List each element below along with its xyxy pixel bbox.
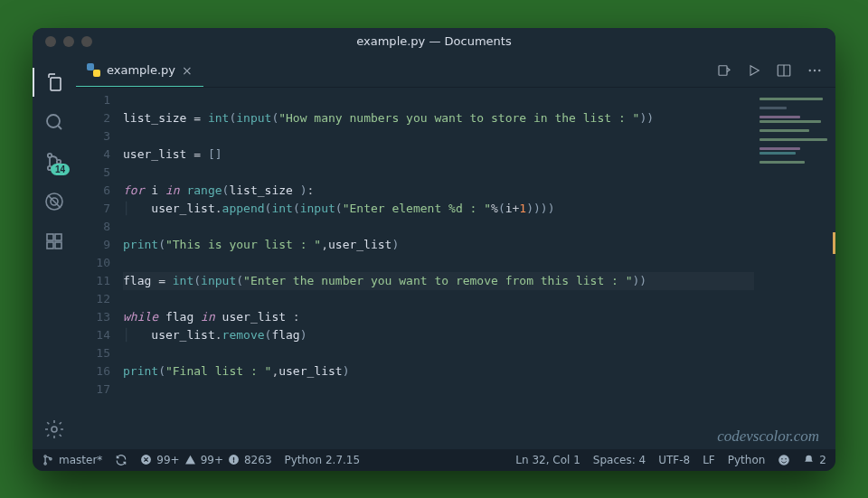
code-line[interactable]: │ user_list.remove(flag) bbox=[123, 326, 754, 344]
titlebar: example.py — Documents bbox=[33, 28, 835, 55]
tab-label: example.py bbox=[107, 63, 175, 77]
svg-rect-9 bbox=[55, 234, 61, 240]
settings-gear-icon[interactable] bbox=[33, 409, 76, 449]
status-language[interactable]: Python bbox=[728, 454, 766, 466]
split-editor-icon[interactable] bbox=[776, 62, 792, 79]
code-line[interactable]: │ user_list.append(int(input("Enter elem… bbox=[123, 200, 754, 218]
code-line[interactable] bbox=[123, 254, 754, 272]
window-body: 14 example.py × bbox=[33, 55, 835, 449]
svg-point-16 bbox=[44, 455, 46, 456]
status-encoding[interactable]: UTF-8 bbox=[658, 454, 690, 466]
svg-point-14 bbox=[814, 70, 816, 71]
more-actions-icon[interactable] bbox=[807, 62, 823, 79]
search-icon[interactable] bbox=[33, 102, 76, 142]
editor-actions bbox=[716, 55, 835, 87]
code-line[interactable] bbox=[123, 381, 754, 399]
minimize-window-icon[interactable] bbox=[63, 36, 74, 47]
window-title: example.py — Documents bbox=[33, 34, 835, 48]
status-interpreter[interactable]: Python 2.7.15 bbox=[285, 454, 361, 466]
status-sync-icon[interactable] bbox=[115, 454, 127, 466]
traffic-lights bbox=[33, 36, 92, 47]
code-line[interactable] bbox=[123, 344, 754, 362]
scm-badge: 14 bbox=[51, 164, 70, 175]
editor-group: example.py × bbox=[76, 55, 835, 449]
status-notifications[interactable]: 2 bbox=[803, 454, 826, 466]
run-icon[interactable] bbox=[747, 63, 761, 78]
code-line[interactable]: for i in range(list_size ): bbox=[123, 182, 754, 200]
svg-rect-6 bbox=[47, 234, 53, 240]
minimap-change-indicator bbox=[833, 232, 835, 254]
svg-point-23 bbox=[786, 458, 788, 460]
code-line[interactable] bbox=[123, 164, 754, 182]
code-line[interactable]: while flag in user_list : bbox=[123, 308, 754, 326]
explorer-icon[interactable] bbox=[33, 62, 76, 102]
tab-close-icon[interactable]: × bbox=[182, 63, 193, 78]
minimap[interactable] bbox=[754, 88, 835, 449]
svg-point-13 bbox=[809, 70, 811, 71]
svg-point-21 bbox=[779, 455, 790, 465]
svg-rect-8 bbox=[55, 242, 61, 249]
status-eol[interactable]: LF bbox=[703, 454, 715, 466]
code-line[interactable]: user_list = [] bbox=[123, 146, 754, 164]
activity-bar: 14 bbox=[33, 55, 76, 449]
debug-icon[interactable] bbox=[33, 182, 76, 221]
status-indent[interactable]: Spaces: 4 bbox=[593, 454, 646, 466]
code-editor[interactable]: 1234567891011121314151617 list_size = in… bbox=[76, 88, 835, 449]
python-file-icon bbox=[87, 63, 100, 77]
source-control-icon[interactable]: 14 bbox=[33, 142, 76, 182]
status-branch[interactable]: master* bbox=[42, 454, 102, 466]
status-feedback-icon[interactable] bbox=[778, 454, 790, 466]
tab-example-py[interactable]: example.py × bbox=[76, 55, 203, 87]
code-line[interactable]: print("This is your list : ",user_list) bbox=[123, 236, 754, 254]
vscode-window: example.py — Documents 14 bbox=[33, 28, 835, 471]
code-line[interactable]: flag = int(input("Enter the number you w… bbox=[123, 272, 754, 290]
svg-point-1 bbox=[48, 153, 52, 156]
line-number-gutter: 1234567891011121314151617 bbox=[76, 88, 123, 449]
code-line[interactable] bbox=[123, 218, 754, 236]
extensions-icon[interactable] bbox=[33, 221, 76, 261]
watermark: codevscolor.com bbox=[717, 428, 819, 446]
code-line[interactable] bbox=[123, 290, 754, 308]
svg-rect-11 bbox=[719, 66, 727, 76]
svg-point-15 bbox=[818, 70, 820, 71]
close-window-icon[interactable] bbox=[45, 36, 56, 47]
svg-point-10 bbox=[52, 427, 57, 432]
code-line[interactable] bbox=[123, 127, 754, 146]
code-line[interactable]: print("Final list : ",user_list) bbox=[123, 362, 754, 381]
maximize-window-icon[interactable] bbox=[81, 36, 92, 47]
svg-point-22 bbox=[782, 458, 784, 460]
svg-point-0 bbox=[47, 115, 60, 127]
code-line[interactable]: list_size = int(input("How many numbers … bbox=[123, 109, 754, 127]
status-cursor[interactable]: Ln 32, Col 1 bbox=[515, 454, 580, 466]
code-content[interactable]: list_size = int(input("How many numbers … bbox=[123, 88, 754, 449]
compare-changes-icon[interactable] bbox=[716, 62, 732, 79]
code-line[interactable] bbox=[123, 91, 754, 109]
status-bar: master* 99+ 99+ 8263 Python 2.7.15 Ln 32… bbox=[33, 449, 835, 471]
status-problems[interactable]: 99+ 99+ 8263 bbox=[140, 454, 271, 466]
tab-bar: example.py × bbox=[76, 55, 835, 88]
svg-point-17 bbox=[44, 462, 46, 464]
svg-rect-7 bbox=[47, 242, 53, 249]
